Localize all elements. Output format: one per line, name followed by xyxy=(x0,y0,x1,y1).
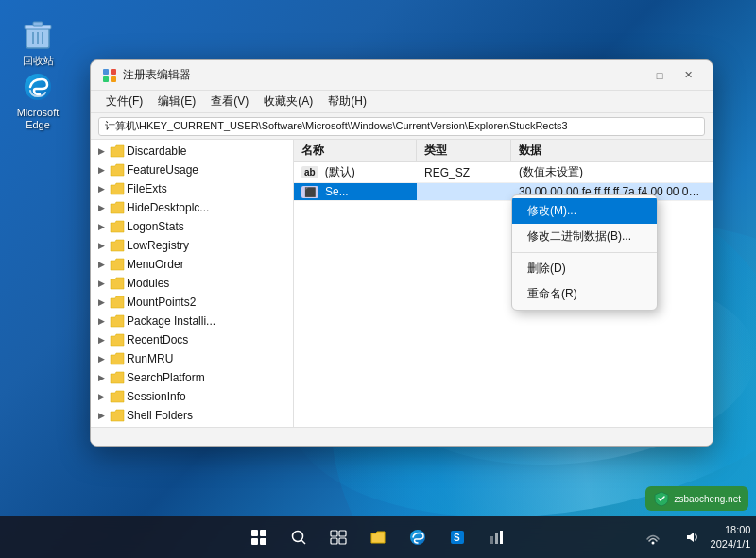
tree-panel[interactable]: ▶ Discardable ▶ FeatureUsage ▶ FileExts … xyxy=(91,140,294,427)
network-tray-icon[interactable] xyxy=(635,519,671,555)
menu-favorites[interactable]: 收藏夹(A) xyxy=(256,92,320,111)
tree-item[interactable]: ▶ RunMRU xyxy=(91,349,293,368)
svg-rect-21 xyxy=(495,533,498,544)
value-name: ab (默认) xyxy=(294,162,417,182)
store-button[interactable]: S xyxy=(439,519,475,555)
tree-item[interactable]: ▶ SessionInfo xyxy=(91,387,293,406)
volume-icon xyxy=(684,530,699,545)
tree-item[interactable]: ▶ Discardable xyxy=(91,142,293,161)
expand-arrow: ▶ xyxy=(98,392,110,401)
menu-edit[interactable]: 编辑(E) xyxy=(150,92,203,111)
ctx-rename[interactable]: 重命名(R) xyxy=(512,281,657,307)
desktop-icon-edge[interactable]: Microsoft Edge xyxy=(9,66,66,135)
tree-item[interactable]: ▶ MenuOrder xyxy=(91,255,293,274)
desktop-icon-recycle-bin[interactable]: 回收站 xyxy=(9,14,66,71)
edge-taskbar-icon xyxy=(409,529,426,546)
search-icon xyxy=(290,529,307,546)
expand-arrow: ▶ xyxy=(98,316,110,326)
tree-item[interactable]: ▶ SearchPlatform xyxy=(91,368,293,387)
tree-item[interactable]: ▶ MountPoints2 xyxy=(91,293,293,312)
tree-label: LowRegistry xyxy=(127,239,189,252)
tree-item[interactable]: ▶ RecentDocs xyxy=(91,330,293,349)
value-name: ⬛ Se... xyxy=(294,183,417,200)
tree-item[interactable]: ▶ LogonStats xyxy=(91,217,293,236)
menu-file[interactable]: 文件(F) xyxy=(98,92,150,111)
ctx-modify[interactable]: 修改(M)... xyxy=(512,198,657,224)
expand-arrow: ▶ xyxy=(98,335,110,345)
taskbar-tray: 18:00 2024/1/1 xyxy=(635,519,748,555)
svg-point-23 xyxy=(652,542,655,545)
folder-icon xyxy=(110,371,125,384)
tree-item[interactable]: ▶ Modules xyxy=(91,274,293,293)
status-bar xyxy=(91,427,713,446)
window-title: 注册表编辑器 xyxy=(123,67,618,83)
tree-item[interactable]: ▶ FileExts xyxy=(91,179,293,198)
address-bar: 计算机\HKEY_CURRENT_USER\Software\Microsoft… xyxy=(91,113,713,140)
value-type-icon: ⬛ xyxy=(301,186,318,198)
tree-item[interactable]: ▶ Package Installi... xyxy=(91,312,293,330)
tree-item[interactable]: ▶ Shell Folders xyxy=(91,406,293,425)
explorer-button[interactable] xyxy=(360,519,396,555)
ctx-modify-binary[interactable]: 修改二进制数据(B)... xyxy=(512,224,657,249)
expand-arrow: ▶ xyxy=(98,165,110,175)
folder-icon xyxy=(110,333,125,347)
taskbar-center: S xyxy=(241,519,515,555)
volume-tray-icon[interactable] xyxy=(674,519,710,555)
folder-icon xyxy=(110,314,125,328)
expand-arrow: ▶ xyxy=(98,203,110,212)
expand-arrow: ▶ xyxy=(98,354,110,364)
svg-rect-16 xyxy=(339,538,346,544)
svg-rect-9 xyxy=(103,76,109,82)
address-input[interactable]: 计算机\HKEY_CURRENT_USER\Software\Microsoft… xyxy=(98,117,705,136)
expand-arrow: ▶ xyxy=(98,222,110,231)
store-icon: S xyxy=(449,529,466,546)
svg-line-12 xyxy=(301,540,305,544)
folder-icon xyxy=(110,258,125,271)
col-type: 类型 xyxy=(417,140,511,161)
ctx-separator xyxy=(512,252,657,253)
search-button[interactable] xyxy=(281,519,317,555)
folder-icon xyxy=(110,296,125,309)
watermark-box: zsbaocheng.net xyxy=(645,486,748,511)
time-display: 18:00 2024/1/1 xyxy=(711,523,751,552)
expand-arrow: ▶ xyxy=(98,297,110,307)
svg-rect-14 xyxy=(339,531,346,536)
tree-item[interactable]: ▶ HideDesktoplc... xyxy=(91,198,293,217)
tree-label: Package Installi... xyxy=(127,314,215,328)
task-view-button[interactable] xyxy=(320,519,356,555)
tree-label: FeatureUsage xyxy=(127,163,198,177)
svg-rect-8 xyxy=(111,69,116,75)
svg-point-11 xyxy=(293,532,303,542)
content-area: ▶ Discardable ▶ FeatureUsage ▶ FileExts … xyxy=(91,140,713,427)
value-row-default[interactable]: ab (默认) REG_SZ (数值未设置) xyxy=(294,162,713,183)
svg-rect-15 xyxy=(331,538,337,544)
tree-label: Modules xyxy=(127,277,169,290)
folder-icon xyxy=(110,201,125,214)
folder-icon xyxy=(110,390,125,403)
menu-help[interactable]: 帮助(H) xyxy=(320,92,374,111)
shield-icon xyxy=(653,490,670,507)
folder-icon xyxy=(110,239,125,252)
folder-icon xyxy=(110,163,125,177)
desktop: 回收站 Microsoft Edge xyxy=(0,0,756,558)
close-button[interactable]: ✕ xyxy=(675,66,701,85)
address-value: 计算机\HKEY_CURRENT_USER\Software\Microsoft… xyxy=(105,119,568,133)
tree-item[interactable]: ▶ LowRegistry xyxy=(91,236,293,255)
folder-icon xyxy=(110,220,125,233)
settings-button[interactable] xyxy=(479,519,515,555)
wifi-icon xyxy=(645,530,661,545)
regedit-icon xyxy=(102,68,117,83)
minimize-button[interactable]: ─ xyxy=(618,66,644,85)
time-value: 18:00 xyxy=(711,523,751,537)
tree-item[interactable]: ▶ FeatureUsage xyxy=(91,161,293,179)
start-button[interactable] xyxy=(241,519,277,555)
expand-arrow: ▶ xyxy=(98,184,110,194)
ctx-delete[interactable]: 删除(D) xyxy=(512,256,657,281)
maximize-button[interactable]: □ xyxy=(646,66,673,85)
menu-view[interactable]: 查看(V) xyxy=(203,92,256,111)
clock-display[interactable]: 18:00 2024/1/1 xyxy=(713,519,748,555)
window-controls: ─ □ ✕ xyxy=(618,66,701,85)
folder-icon xyxy=(110,409,125,422)
edge-taskbar-button[interactable] xyxy=(400,519,436,555)
expand-arrow: ▶ xyxy=(98,241,110,250)
